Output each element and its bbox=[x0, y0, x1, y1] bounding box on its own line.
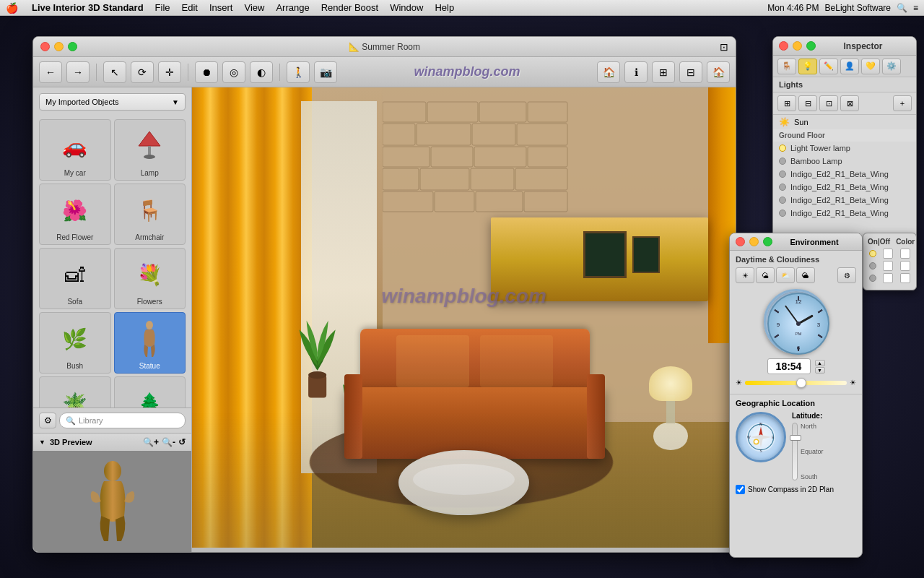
inspector-object-btn[interactable]: 🪑 bbox=[777, 59, 796, 74]
move-tool-button[interactable]: ✛ bbox=[158, 61, 181, 83]
menubar-window[interactable]: Window bbox=[385, 1, 428, 14]
window-zoom-button[interactable]: ⊡ bbox=[720, 41, 728, 53]
inspector-minimize-button[interactable] bbox=[793, 41, 802, 51]
viewport-resize-handle[interactable] bbox=[192, 548, 736, 552]
object-sofa[interactable]: 🛋 Sofa bbox=[39, 248, 111, 309]
light-item-tower-lamp[interactable]: Light Tower lamp bbox=[773, 142, 916, 155]
menubar-arrange[interactable]: Arrange bbox=[271, 1, 314, 14]
record-button[interactable]: ⏺ bbox=[195, 61, 218, 83]
onoff-checkbox-3[interactable] bbox=[883, 273, 893, 283]
object-my-car[interactable]: 🚗 My car bbox=[39, 119, 111, 181]
environment-panel: Environment Daytime & Cloudiness ☀ 🌤 ⛅ 🌥… bbox=[729, 233, 863, 558]
color-checkbox-2[interactable] bbox=[900, 261, 910, 271]
color-checkbox-1[interactable] bbox=[900, 249, 910, 259]
maximize-button[interactable] bbox=[68, 42, 77, 51]
env-custom-btn[interactable]: ⚙ bbox=[837, 267, 856, 283]
brightness-thumb[interactable] bbox=[796, 378, 806, 388]
compass[interactable]: N S E W bbox=[736, 412, 786, 462]
select-tool-button[interactable]: ↖ bbox=[103, 61, 126, 83]
inspector-close-button[interactable] bbox=[779, 41, 788, 51]
object-flowers[interactable]: 💐 Flowers bbox=[114, 248, 186, 309]
env-close-button[interactable] bbox=[736, 237, 745, 246]
menubar-edit[interactable]: Edit bbox=[177, 1, 203, 14]
time-input[interactable] bbox=[767, 358, 811, 374]
inspector-texture-btn[interactable]: 👤 bbox=[840, 59, 859, 74]
object-armchair[interactable]: 🪑 Armchair bbox=[114, 184, 186, 245]
show-compass-checkbox[interactable] bbox=[736, 485, 745, 494]
3d-view-button[interactable]: 🏠 bbox=[597, 61, 620, 83]
color-checkbox-3[interactable] bbox=[900, 273, 910, 283]
env-morning-btn[interactable]: 🌤 bbox=[756, 267, 775, 283]
time-increment-button[interactable]: ▲ bbox=[815, 360, 825, 366]
floor-plan-button[interactable]: ⊞ bbox=[652, 61, 675, 83]
settings-button[interactable]: ⚙ bbox=[39, 413, 56, 428]
menubar-render-boost[interactable]: Render Boost bbox=[316, 1, 384, 14]
menubar-app-name[interactable]: Live Interior 3D Standard bbox=[27, 1, 149, 14]
photo-button[interactable]: 📷 bbox=[314, 61, 337, 83]
minimize-button[interactable] bbox=[54, 42, 64, 51]
sun-item[interactable]: ☀️ Sun bbox=[773, 115, 916, 129]
light-item-indigo-4[interactable]: Indigo_Ed2_R1_Beta_Wing bbox=[773, 207, 916, 220]
render-button[interactable]: ◐ bbox=[250, 61, 273, 83]
object-lamp[interactable]: Lamp bbox=[114, 119, 186, 181]
objects-dropdown[interactable]: My Imported Objects ▼ bbox=[39, 93, 186, 111]
time-decrement-button[interactable]: ▼ bbox=[815, 367, 825, 374]
onoff-checkbox-1[interactable] bbox=[883, 249, 893, 259]
object-statue[interactable]: Statue bbox=[114, 312, 186, 374]
back-button[interactable]: ← bbox=[39, 61, 62, 83]
preview-reset-icon[interactable]: ↺ bbox=[178, 437, 186, 447]
inspector-color-btn[interactable]: 💛 bbox=[861, 59, 880, 74]
close-button[interactable] bbox=[40, 42, 50, 51]
menubar-help[interactable]: Help bbox=[430, 1, 459, 14]
light-item-bamboo-lamp[interactable]: Bamboo Lamp bbox=[773, 155, 916, 168]
light-item-indigo-1[interactable]: Indigo_Ed2_R1_Beta_Wing bbox=[773, 168, 916, 181]
env-cloudy-btn[interactable]: ⛅ bbox=[776, 267, 795, 283]
person-button[interactable]: 🚶 bbox=[287, 61, 310, 83]
menubar-file[interactable]: File bbox=[150, 1, 175, 14]
toolbar-separator-1 bbox=[96, 64, 97, 81]
object-bush[interactable]: 🌿 Bush bbox=[39, 312, 111, 374]
lights-tb-2[interactable]: ⊟ bbox=[798, 95, 817, 111]
viewport[interactable]: winampblog.com bbox=[192, 87, 736, 552]
object-vase[interactable]: 🪴 Vase bbox=[39, 376, 111, 407]
menubar-insert[interactable]: Insert bbox=[204, 1, 238, 14]
camera-button[interactable]: ◎ bbox=[222, 61, 245, 83]
inspector-light-btn[interactable]: 💡 bbox=[798, 59, 817, 74]
lights-tb-3[interactable]: ⊡ bbox=[819, 95, 838, 111]
light-label-indigo-3: Indigo_Ed2_R1_Beta_Wing bbox=[790, 196, 889, 204]
light-item-indigo-3[interactable]: Indigo_Ed2_R1_Beta_Wing bbox=[773, 194, 916, 207]
object-red-flower[interactable]: 🌺 Red Flower bbox=[39, 184, 111, 245]
env-maximize-button[interactable] bbox=[763, 237, 772, 246]
info-button[interactable]: ℹ bbox=[624, 61, 648, 83]
preview-header[interactable]: ▼ 3D Preview 🔍+ 🔍- ↺ bbox=[33, 434, 191, 451]
lights-tb-4[interactable]: ⊠ bbox=[840, 95, 859, 111]
lights-tb-1[interactable]: ⊞ bbox=[777, 95, 796, 111]
dropdown-arrow-icon: ▼ bbox=[172, 98, 179, 106]
home-button[interactable]: 🏠 bbox=[707, 61, 730, 83]
menubar-view[interactable]: View bbox=[239, 1, 269, 14]
env-minimize-button[interactable] bbox=[749, 237, 759, 246]
object-great-tree[interactable]: 🌲 Great Tree bbox=[114, 376, 186, 407]
menubar-controls-icon[interactable]: ≡ bbox=[913, 3, 918, 13]
light-item-indigo-2[interactable]: Indigo_Ed2_R1_Beta_Wing bbox=[773, 181, 916, 194]
rotate-tool-button[interactable]: ⟳ bbox=[131, 61, 154, 83]
search-box[interactable]: 🔍 Library bbox=[59, 413, 186, 428]
apple-menu[interactable]: 🍎 bbox=[6, 2, 18, 14]
preview-zoom-in-icon[interactable]: 🔍+ bbox=[143, 437, 159, 447]
env-dawn-btn[interactable]: ☀ bbox=[736, 267, 754, 283]
onoff-checkbox-2[interactable] bbox=[883, 261, 893, 271]
inspector-settings-btn[interactable]: ⚙️ bbox=[882, 59, 901, 74]
latitude-track[interactable] bbox=[792, 423, 798, 480]
latitude-thumb[interactable] bbox=[790, 435, 801, 441]
preview-controls: 🔍+ 🔍- ↺ bbox=[143, 437, 186, 447]
env-overcast-btn[interactable]: 🌥 bbox=[796, 267, 815, 283]
forward-button[interactable]: → bbox=[66, 61, 90, 83]
preview-zoom-out-icon[interactable]: 🔍- bbox=[162, 437, 175, 447]
menubar-search-icon[interactable]: 🔍 bbox=[897, 3, 907, 13]
light-dot-indigo-4 bbox=[779, 210, 786, 217]
inspector-material-btn[interactable]: ✏️ bbox=[819, 59, 838, 74]
lights-tb-add[interactable]: + bbox=[893, 95, 912, 111]
inspector-maximize-button[interactable] bbox=[806, 41, 816, 51]
brightness-track[interactable] bbox=[745, 381, 847, 385]
elevation-button[interactable]: ⊟ bbox=[679, 61, 702, 83]
